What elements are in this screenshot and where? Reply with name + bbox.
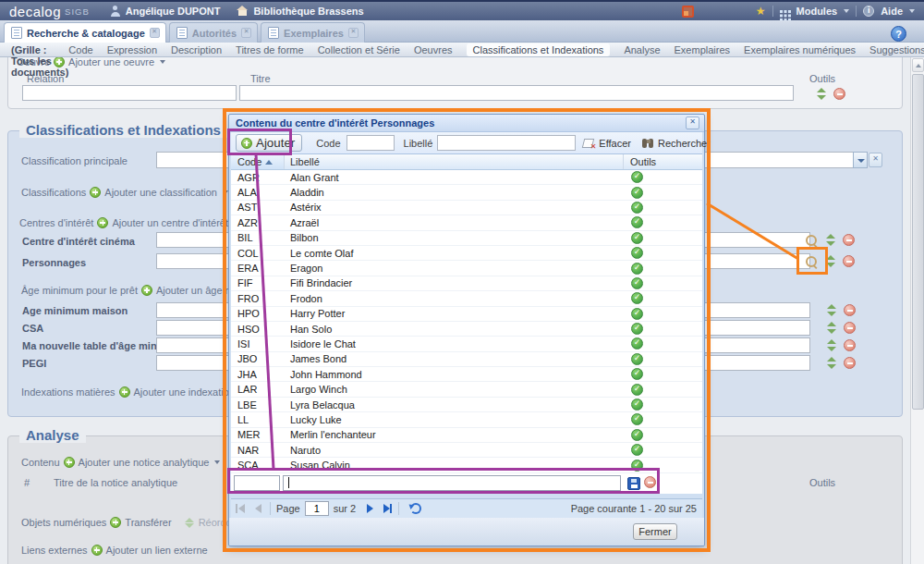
titre-input[interactable] [239, 85, 794, 101]
table-row[interactable]: JHA John Hammond [231, 367, 702, 382]
table-row[interactable]: ISI Isidore le Chat [231, 337, 702, 351]
remove-icon[interactable] [844, 322, 856, 334]
relation-input[interactable] [22, 85, 237, 101]
prev-page-icon[interactable] [251, 502, 264, 515]
close-icon[interactable] [348, 28, 359, 38]
close-icon[interactable] [241, 28, 251, 38]
check-icon[interactable] [631, 323, 643, 335]
check-icon[interactable] [631, 263, 643, 275]
current-library[interactable]: Bibliothèque Brassens [237, 6, 363, 17]
check-icon[interactable] [631, 337, 643, 349]
check-icon[interactable] [631, 398, 643, 411]
transferer-link[interactable]: Transférer [125, 517, 171, 528]
move-updown-icon[interactable] [826, 339, 836, 351]
refresh-icon[interactable] [410, 503, 421, 514]
document-subtab[interactable]: Titres de forme [236, 44, 304, 55]
table-row[interactable]: LAR Largo Winch [231, 382, 702, 397]
check-icon[interactable] [631, 232, 643, 244]
code-filter-input[interactable] [346, 135, 395, 151]
add-notice-link[interactable]: Ajouter une notice analytique [79, 457, 210, 468]
check-icon[interactable] [631, 202, 643, 214]
close-icon[interactable] [686, 116, 699, 129]
table-row[interactable]: ALA Aladdin [231, 185, 702, 200]
move-updown-icon[interactable] [825, 234, 835, 246]
document-subtab[interactable]: Oeuvres [414, 44, 453, 55]
table-row[interactable]: BIL Bilbon [231, 231, 702, 246]
module-tab[interactable]: Autorités [169, 22, 258, 43]
scroll-up-icon[interactable] [912, 58, 924, 72]
check-icon[interactable] [631, 384, 643, 396]
remove-icon[interactable] [644, 476, 656, 488]
table-row[interactable]: AST Astérix [231, 201, 702, 215]
check-icon[interactable] [631, 277, 643, 289]
table-row[interactable]: AGR Alan Grant [231, 170, 702, 185]
remove-icon[interactable] [844, 304, 856, 316]
check-icon[interactable] [631, 353, 643, 365]
modal-titlebar[interactable]: Contenu du centre d'intérêt Personnages [229, 115, 704, 132]
remove-icon[interactable] [844, 357, 856, 369]
document-subtab[interactable]: Classifications et Indexations [467, 43, 611, 56]
check-icon[interactable] [631, 413, 643, 425]
check-icon[interactable] [631, 444, 643, 456]
add-oeuvre-link[interactable]: Ajouter une oeuvre [68, 56, 154, 67]
save-icon[interactable] [627, 477, 640, 490]
dropdown-icon[interactable] [853, 152, 868, 168]
module-tab[interactable]: Recherche & catalogage [4, 22, 166, 43]
module-tab[interactable]: Exemplaires [261, 22, 365, 43]
check-icon[interactable] [631, 429, 643, 441]
table-row[interactable]: HPO Harry Potter [231, 307, 702, 322]
table-row[interactable]: JBO James Bond [231, 352, 702, 367]
document-subtab[interactable]: Expression [107, 44, 157, 55]
new-libelle-input[interactable] [283, 475, 621, 491]
check-icon[interactable] [631, 187, 643, 199]
clear-icon[interactable] [869, 153, 882, 167]
check-icon[interactable] [631, 292, 643, 304]
document-subtab[interactable]: Description [171, 44, 222, 55]
star-icon[interactable]: ★ [756, 6, 766, 17]
effacer-button[interactable]: Effacer [579, 135, 634, 151]
current-user[interactable]: Angélique DUPONT [110, 6, 221, 17]
libelle-filter-input[interactable] [437, 135, 576, 151]
move-updown-icon[interactable] [826, 357, 836, 369]
modules-menu[interactable]: Modules [796, 6, 838, 17]
document-subtab[interactable]: Exemplaires [675, 44, 731, 55]
check-icon[interactable] [631, 308, 643, 320]
search-icon[interactable] [805, 255, 819, 269]
fermer-button[interactable]: Fermer [633, 523, 677, 540]
document-subtab[interactable]: Exemplaires numériques [744, 44, 856, 55]
vertical-scrollbar[interactable] [910, 57, 924, 564]
document-subtab[interactable]: Code [68, 44, 92, 55]
search-icon[interactable] [805, 234, 819, 248]
help-icon[interactable]: ? [891, 26, 906, 42]
document-subtab[interactable]: Suggestions [869, 44, 924, 55]
document-subtab[interactable]: Collection et Série [318, 44, 400, 55]
column-header-outils[interactable]: Outils [624, 154, 702, 169]
table-row[interactable]: ERA Eragon [231, 261, 702, 276]
table-row[interactable]: MER Merlin l'enchanteur [231, 428, 702, 443]
table-row[interactable]: SCA Susan Calvin [231, 458, 702, 472]
table-row[interactable]: FRO Frodon [231, 291, 702, 306]
add-lien-link[interactable]: Ajouter un lien externe [106, 545, 208, 556]
ajouter-button[interactable]: Ajouter [236, 134, 302, 152]
move-updown-icon[interactable] [825, 255, 835, 267]
rechercher-button[interactable]: Rechercher [639, 136, 713, 151]
add-centre-link[interactable]: Ajouter un centre d'intérêt [112, 217, 228, 228]
aide-menu[interactable]: Aide [881, 6, 903, 17]
add-classification-link[interactable]: Ajouter une classification [104, 187, 217, 198]
move-updown-icon[interactable] [826, 322, 836, 334]
first-page-icon[interactable] [235, 502, 248, 515]
table-row[interactable]: COL Le comte Olaf [231, 246, 702, 261]
document-subtab[interactable]: Analyse [624, 44, 660, 55]
check-icon[interactable] [631, 171, 643, 183]
move-updown-icon[interactable] [826, 304, 836, 316]
logout-icon[interactable] [682, 6, 694, 18]
last-page-icon[interactable] [380, 502, 393, 515]
check-icon[interactable] [631, 460, 643, 472]
table-row[interactable]: NAR Naruto [231, 443, 702, 458]
close-icon[interactable] [150, 28, 160, 38]
table-row[interactable]: FIF Fifi Brindacier [231, 276, 702, 291]
new-code-input[interactable] [234, 475, 280, 491]
remove-icon[interactable] [843, 234, 855, 246]
move-updown-icon[interactable] [816, 88, 826, 100]
column-header-libelle[interactable]: Libellé [285, 154, 624, 169]
